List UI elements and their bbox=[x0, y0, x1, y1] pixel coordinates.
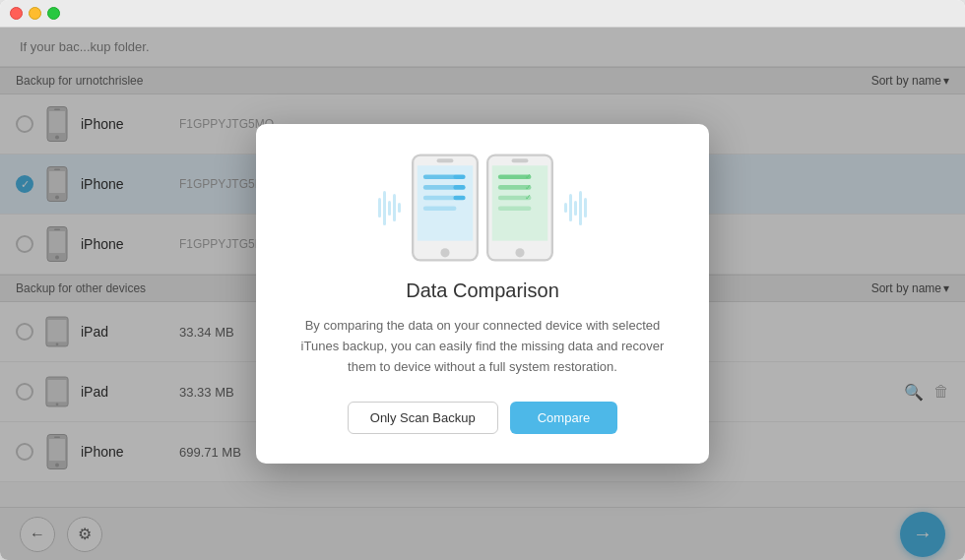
modal-title: Data Comparison bbox=[295, 280, 670, 302]
svg-rect-24 bbox=[423, 175, 457, 180]
main-content: If your bac...kup folder. Backup for urn… bbox=[0, 28, 965, 560]
svg-rect-25 bbox=[423, 185, 457, 190]
svg-rect-32 bbox=[437, 159, 454, 163]
titlebar bbox=[0, 0, 965, 28]
svg-rect-27 bbox=[423, 207, 457, 212]
scan-backup-button[interactable]: Only Scan Backup bbox=[348, 402, 498, 434]
maximize-button[interactable] bbox=[47, 7, 60, 20]
svg-text:✓: ✓ bbox=[525, 172, 532, 181]
svg-point-42 bbox=[515, 249, 524, 258]
svg-text:✓: ✓ bbox=[525, 183, 532, 192]
modal-description: By comparing the data on your connected … bbox=[295, 316, 670, 377]
svg-rect-38 bbox=[498, 207, 532, 212]
svg-point-31 bbox=[440, 249, 449, 258]
app-window: If your bac...kup folder. Backup for urn… bbox=[0, 0, 965, 560]
svg-rect-43 bbox=[512, 159, 529, 163]
svg-rect-29 bbox=[453, 185, 465, 190]
svg-rect-26 bbox=[423, 196, 457, 201]
modal-buttons: Only Scan Backup Compare bbox=[295, 402, 670, 434]
modal-illustration: ✓ ✓ ✓ bbox=[295, 154, 670, 262]
data-comparison-modal: ✓ ✓ ✓ bbox=[256, 124, 709, 463]
modal-overlay: ✓ ✓ ✓ bbox=[0, 28, 965, 560]
svg-rect-30 bbox=[453, 196, 465, 201]
minimize-button[interactable] bbox=[29, 7, 41, 20]
compare-button[interactable]: Compare bbox=[510, 402, 617, 434]
svg-rect-28 bbox=[453, 175, 465, 180]
svg-text:✓: ✓ bbox=[525, 194, 532, 203]
close-button[interactable] bbox=[10, 7, 23, 20]
